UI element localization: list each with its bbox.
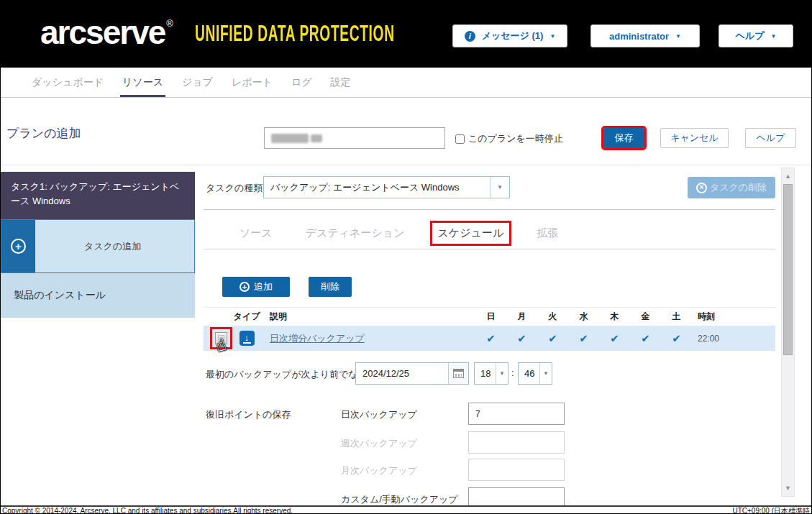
check-wed-icon: ✔ (568, 332, 599, 345)
calendar-picker-button[interactable] (448, 363, 468, 384)
pause-plan-label: このプランを一時停止 (468, 132, 563, 145)
schedule-description-link[interactable]: 日次増分バックアップ (270, 333, 365, 344)
plan-header: プランの追加 このプランを一時停止 保存 キャンセル ヘルプ (1, 98, 811, 165)
plus-circle-icon: + (240, 282, 250, 292)
retention-monthly-label: 月次バックアップ (341, 464, 417, 477)
nav-jobs[interactable]: ジョブ (173, 68, 222, 97)
help-button[interactable]: ヘルプ (745, 128, 796, 148)
nav-reports[interactable]: レポート (222, 68, 282, 97)
task-type-value: バックアップ: エージェントベース Windows (264, 181, 490, 194)
plan-name-input[interactable] (264, 127, 445, 149)
schedule-add-button[interactable]: + 追加 (222, 277, 290, 297)
save-button[interactable]: 保存 (603, 128, 644, 148)
row-type-cell: ↓ (232, 331, 261, 346)
retention-weekly-label: 週次バックアップ (341, 437, 417, 450)
divider (204, 209, 775, 210)
minute-select[interactable]: 46 ▼ (518, 362, 552, 385)
backup-type-icon: ↓ (240, 331, 255, 346)
header-description: 説明 (261, 311, 475, 323)
divider (204, 249, 775, 249)
nav-dashboard[interactable]: ダッシュボード (22, 68, 113, 97)
delete-task-button[interactable]: × タスクの削除 (688, 177, 775, 198)
sidebar-item-task1[interactable]: タスク1: バックアップ: エージェントベース Windows (1, 172, 195, 219)
plan-name-redacted (271, 134, 309, 143)
main-nav: ダッシュボード リソース ジョブ レポート ログ 設定 (1, 68, 811, 98)
schedule-add-label: 追加 (254, 280, 273, 293)
schedule-table-row: ☝ ↓ 日次増分バックアップ ✔ ✔ ✔ ✔ ✔ ✔ ✔ 22:00 (204, 326, 775, 351)
status-footer: Copyright © 2014-2024, Arcserve, LLC and… (1, 505, 811, 514)
top-bar: arcserve ® UNIFIED DATA PROTECTION i メッセ… (1, 1, 811, 68)
chevron-down-icon: ▼ (497, 184, 503, 191)
header-day-sun: 日 (475, 311, 506, 323)
page-title: プランの追加 (6, 125, 81, 142)
arcserve-logo: arcserve ® UNIFIED DATA PROTECTION (40, 14, 517, 51)
chevron-down-icon: ▼ (675, 33, 681, 40)
timezone-text: UTC+09:00 (日本標準時 (732, 507, 810, 514)
scroll-up-button[interactable]: ▲ (782, 173, 794, 180)
pause-plan-checkbox[interactable] (455, 134, 465, 144)
task-subtabs: ソース デスティネーション スケジュール 拡張 (204, 217, 775, 249)
task-panel: タスクの種類 バックアップ: エージェントベース Windows ▼ × タスク… (204, 165, 775, 505)
info-icon: i (465, 31, 475, 42)
cancel-button[interactable]: キャンセル (660, 128, 729, 148)
first-backup-label: 最初のバックアップが次より前でない (206, 368, 368, 381)
header-day-fri: 金 (630, 311, 661, 323)
retention-daily-input[interactable] (468, 403, 565, 425)
task-type-label: タスクの種類 (206, 182, 263, 195)
add-task-label: タスクの追加 (35, 220, 194, 272)
retention-custom-label: カスタム/手動バックアップ (341, 493, 458, 505)
schedule-delete-button[interactable]: 削除 (309, 277, 352, 297)
messages-button[interactable]: i メッセージ (1) ▼ (452, 24, 567, 47)
retention-custom-input[interactable] (468, 487, 565, 505)
header-day-sat: 土 (661, 311, 692, 323)
chevron-down-icon: ▼ (771, 33, 777, 40)
header-day-mon: 月 (506, 311, 537, 323)
tab-source[interactable]: ソース (234, 223, 278, 244)
registered-mark: ® (166, 18, 173, 29)
user-label: administrator (609, 31, 669, 42)
date-value: 2024/12/25 (356, 368, 448, 379)
check-thu-icon: ✔ (599, 332, 630, 345)
nav-resources[interactable]: リソース (113, 68, 173, 97)
check-mon-icon: ✔ (506, 332, 537, 345)
help-menu-button[interactable]: ヘルプ ▼ (719, 24, 793, 47)
task-type-select[interactable]: バックアップ: エージェントベース Windows ▼ (263, 176, 510, 198)
sidebar-item-install-product[interactable]: 製品のインストール (1, 273, 195, 318)
tab-destination[interactable]: デスティネーション (300, 223, 411, 244)
chevron-down-icon: ▼ (543, 370, 549, 377)
retention-weekly-input[interactable] (468, 431, 565, 454)
scroll-down-button[interactable]: ▼ (782, 485, 794, 492)
sidebar-item-add-task[interactable]: + タスクの追加 (1, 219, 195, 273)
header-select-cell (204, 308, 232, 326)
minute-value: 46 (519, 368, 539, 379)
header-day-thu: 木 (599, 311, 630, 323)
minute-dropdown-button[interactable]: ▼ (539, 363, 552, 384)
nav-settings[interactable]: 設定 (321, 68, 360, 97)
vertical-scrollbar[interactable]: ▲ ▼ (781, 167, 795, 497)
nav-log[interactable]: ログ (282, 68, 321, 97)
tray-glyph (243, 342, 251, 344)
check-tue-icon: ✔ (537, 332, 568, 345)
content-area: タスク1: バックアップ: エージェントベース Windows + タスクの追加… (1, 165, 811, 505)
header-time: 時刻 (692, 311, 764, 323)
user-menu-button[interactable]: administrator ▼ (590, 24, 700, 47)
tab-advanced[interactable]: 拡張 (531, 223, 564, 244)
chevron-down-icon: ▼ (499, 370, 505, 377)
hour-dropdown-button[interactable]: ▼ (496, 363, 508, 384)
first-backup-date-field[interactable]: 2024/12/25 (355, 362, 469, 385)
hour-select[interactable]: 18 ▼ (474, 362, 508, 385)
retention-monthly-input[interactable] (468, 459, 565, 481)
plan-name-redacted (311, 134, 322, 142)
logo-wordmark: arcserve (40, 14, 165, 51)
cross-circle-icon: × (696, 183, 707, 193)
row-description-cell: 日次増分バックアップ (261, 331, 475, 345)
scrollbar-thumb[interactable] (783, 184, 793, 355)
task-type-dropdown-button[interactable]: ▼ (490, 177, 509, 198)
delete-task-label: タスクの削除 (710, 181, 767, 194)
tab-schedule[interactable]: スケジュール (432, 223, 510, 244)
hour-value: 18 (475, 368, 496, 379)
check-fri-icon: ✔ (630, 332, 661, 345)
retention-section-label: 復旧ポイントの保存 (206, 408, 291, 421)
header-type: タイプ (232, 311, 261, 323)
help-label: ヘルプ (736, 29, 765, 42)
